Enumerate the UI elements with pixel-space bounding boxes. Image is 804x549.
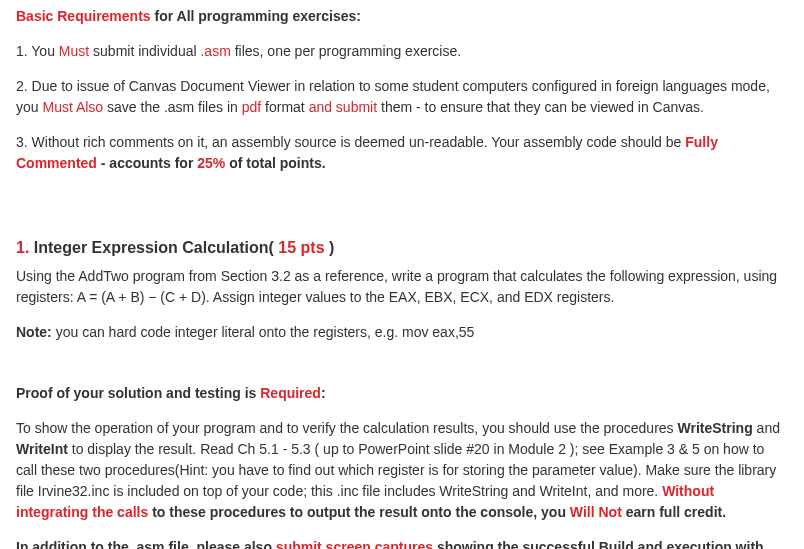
requirement-3: 3. Without rich comments on it, an assem… xyxy=(16,132,788,174)
basic-requirements-heading: Basic Requirements for All programming e… xyxy=(16,6,788,27)
note-text: you can hard code integer literal onto t… xyxy=(52,324,475,340)
body-p1e: earn full credit. xyxy=(622,504,726,520)
exercise-description: Using the AddTwo program from Section 3.… xyxy=(16,266,788,308)
requirement-1: 1. You Must submit individual .asm files… xyxy=(16,41,788,62)
proof-heading: Proof of your solution and testing is Re… xyxy=(16,383,788,404)
note-label: Note: xyxy=(16,324,52,340)
submit-captures: submit screen captures xyxy=(276,539,433,549)
req3-prefix: 3. Without rich comments on it, an assem… xyxy=(16,134,685,150)
footer-instruction: In addition to the .asm file, please als… xyxy=(16,537,788,549)
req2-mid2: format xyxy=(261,99,308,115)
requirement-2: 2. Due to issue of Canvas Document Viewe… xyxy=(16,76,788,118)
req3-suffix: of total points. xyxy=(225,155,325,171)
exercise-1-title: 1. Integer Expression Calculation( 15 pt… xyxy=(16,236,788,260)
proof-colon: : xyxy=(321,385,326,401)
req2-mid1: save the .asm files in xyxy=(103,99,242,115)
req3-mid: - accounts for xyxy=(97,155,197,171)
proof-required: Required xyxy=(260,385,321,401)
req2-suffix: them - to ensure that they can be viewed… xyxy=(377,99,704,115)
footer-a: In addition to the .asm file, please als… xyxy=(16,539,276,549)
body-p1a: To show the operation of your program an… xyxy=(16,420,678,436)
body-p1d: to these procedures to output the result… xyxy=(148,504,570,520)
writeint-label: WriteInt xyxy=(16,441,68,457)
proof-body: To show the operation of your program an… xyxy=(16,418,788,523)
proof-prefix: Proof of your solution and testing is xyxy=(16,385,260,401)
body-p1b: and xyxy=(753,420,780,436)
req1-must: Must xyxy=(59,43,89,59)
note-line: Note: you can hard code integer literal … xyxy=(16,322,788,343)
req1-mid: submit individual xyxy=(89,43,200,59)
req2-must-also: Must Also xyxy=(42,99,103,115)
for-all-text: for All programming exercises: xyxy=(151,8,361,24)
req1-asm: .asm xyxy=(200,43,230,59)
writestring-label: WriteString xyxy=(678,420,753,436)
basic-req-label: Basic Requirements xyxy=(16,8,151,24)
req2-pdf: pdf xyxy=(242,99,261,115)
ex1-num: 1. xyxy=(16,239,29,256)
ex1-pts: 15 pts xyxy=(278,239,324,256)
ex1-title-text: Integer Expression Calculation( xyxy=(29,239,278,256)
req1-prefix: 1. You xyxy=(16,43,59,59)
req1-suffix: files, one per programming exercise. xyxy=(231,43,461,59)
will-not: Will Not xyxy=(570,504,622,520)
ex1-close: ) xyxy=(325,239,335,256)
req3-pct: 25% xyxy=(197,155,225,171)
req2-and-submit: and submit xyxy=(309,99,377,115)
